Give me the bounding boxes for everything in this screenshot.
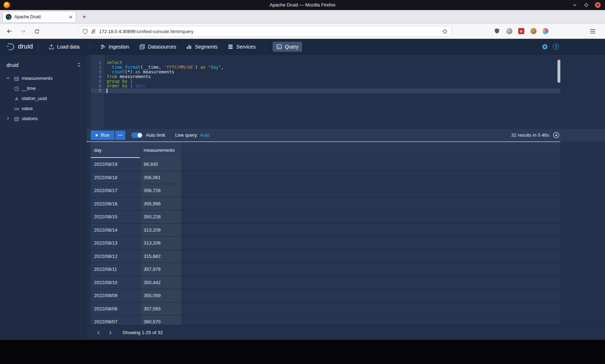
schema-selector[interactable]: druid	[6, 60, 81, 69]
sidebar-item-stations[interactable]: stations	[0, 114, 86, 124]
gutter-line-number: 3	[91, 70, 104, 74]
table-row: 2022/08/18356,061	[91, 171, 560, 185]
sidebar-item-label: __time	[22, 86, 36, 91]
window-close-button[interactable]	[595, 2, 601, 8]
previous-page-button[interactable]	[94, 328, 103, 337]
cell-measurements[interactable]: 356,728	[140, 184, 182, 197]
cell-measurements[interactable]: 86,930	[140, 158, 182, 171]
nav-datasources[interactable]: Datasources	[136, 42, 180, 52]
cell-day[interactable]: 2022/08/09	[91, 289, 140, 302]
table-row: 2022/08/14313,209	[91, 224, 560, 237]
toggle-knob	[138, 133, 142, 137]
code-line: from measurements	[104, 74, 560, 79]
cell-measurements[interactable]: 357,593	[140, 302, 182, 315]
cell-measurements[interactable]: 355,999	[140, 197, 182, 210]
string-type-icon: A	[14, 96, 19, 102]
extension-monkey-icon[interactable]	[530, 27, 537, 35]
new-tab-button[interactable]: +	[80, 13, 89, 21]
cell-day[interactable]: 2022/08/12	[91, 250, 140, 263]
pocket-shield-icon[interactable]	[493, 27, 501, 35]
gutter-line-number: 1	[91, 60, 104, 65]
cell-measurements[interactable]: 350,228	[140, 210, 182, 223]
cell-day[interactable]: 2022/08/19	[91, 158, 140, 171]
chevron-right-icon[interactable]	[6, 116, 10, 120]
run-bar: Run ••• Auto limit Live query: Auto 32 r…	[86, 129, 605, 141]
cell-day[interactable]: 2022/08/08	[91, 302, 140, 315]
services-icon	[228, 44, 233, 50]
bookmark-star-icon[interactable]	[442, 29, 448, 34]
cell-measurements[interactable]: 315,682	[140, 250, 182, 263]
forward-button[interactable]	[19, 27, 27, 36]
cell-measurements[interactable]: 355,059	[140, 289, 182, 302]
download-icon[interactable]	[553, 132, 560, 138]
next-page-button[interactable]	[106, 328, 115, 337]
cell-day[interactable]: 2022/08/17	[91, 184, 140, 197]
extension-pinwheel-icon[interactable]	[542, 27, 549, 35]
sidebar-item-time[interactable]: __time	[0, 83, 86, 94]
tracking-protection-shield-icon[interactable]	[82, 29, 88, 34]
tab-close-icon[interactable]	[69, 15, 73, 19]
column-header-day[interactable]: day	[91, 142, 140, 158]
window-maximize-button[interactable]	[583, 2, 589, 8]
sql-editor[interactable]: 1234567 select time_format(__time, 'YYYY…	[86, 55, 605, 129]
text-cursor	[107, 88, 107, 93]
cell-measurements[interactable]: 350,442	[140, 276, 182, 289]
cell-day[interactable]: 2022/08/13	[91, 237, 140, 250]
window-minimize-button[interactable]	[572, 2, 578, 8]
reload-button[interactable]	[32, 27, 41, 36]
table-row: 2022/08/13313,206	[91, 237, 560, 250]
help-icon[interactable]: ?	[553, 44, 559, 50]
ingestion-icon	[100, 44, 106, 50]
editor-scrollbar[interactable]	[557, 60, 560, 83]
cell-measurements[interactable]: 313,209	[140, 224, 182, 237]
gutter-line-number: 5	[91, 79, 104, 84]
run-more-button[interactable]: •••	[115, 131, 125, 140]
insecure-lock-icon[interactable]	[91, 29, 96, 34]
cell-measurements[interactable]: 356,061	[140, 171, 182, 184]
cell-day[interactable]: 2022/08/11	[91, 263, 140, 276]
menu-hamburger-button[interactable]	[588, 27, 597, 36]
load-data-icon	[49, 44, 54, 50]
run-button[interactable]: Run	[91, 131, 115, 140]
back-button[interactable]	[5, 27, 14, 36]
druid-header: druid Load data Ingestion Datasources Se…	[0, 39, 605, 55]
live-query-value[interactable]: Auto	[200, 132, 210, 138]
cell-day[interactable]: 2022/08/16	[91, 197, 140, 210]
table-row: 2022/08/10350,442	[91, 276, 560, 290]
chevron-down-icon[interactable]	[6, 76, 10, 80]
ublock-extension-icon[interactable]: u	[517, 27, 525, 35]
cell-measurements[interactable]: 313,206	[140, 237, 182, 250]
settings-gear-icon[interactable]	[542, 44, 548, 50]
column-header-measurements[interactable]: measurements	[140, 142, 182, 158]
editor-code[interactable]: select time_format(__time, 'YYYY/MM/dd')…	[104, 60, 560, 93]
window-controls	[572, 0, 601, 10]
gutter-line-number: 2	[91, 65, 104, 70]
gutter-line-number: 7	[91, 88, 104, 93]
browser-tab[interactable]: Apache Druid	[3, 12, 76, 22]
cell-day[interactable]: 2022/08/18	[91, 171, 140, 184]
sidebar-item-measurements[interactable]: measurements	[0, 73, 86, 83]
cell-day[interactable]: 2022/08/14	[91, 224, 140, 237]
cell-measurements[interactable]: 357,979	[140, 263, 182, 276]
nav-label: Load data	[57, 44, 80, 50]
sidebar-item-label: value	[22, 106, 33, 111]
editor-gutter: 1234567	[91, 55, 104, 129]
table-row: 2022/08/12315,682	[91, 250, 560, 263]
sidebar-item-station-uuid[interactable]: A station_uuid	[0, 94, 86, 104]
sidebar-item-label: station_uuid	[22, 96, 47, 101]
nav-query[interactable]: Query	[273, 42, 302, 52]
extension-badger-icon[interactable]	[506, 27, 513, 35]
url-host: 172.18.0.4:30899	[99, 29, 135, 34]
nav-segments[interactable]: Segments	[183, 42, 221, 52]
table-icon	[14, 76, 19, 82]
auto-limit-toggle[interactable]	[131, 132, 143, 138]
url-bar[interactable]: 172.18.0.4:30899 /unified-console.html#q…	[79, 26, 452, 37]
cell-day[interactable]: 2022/08/15	[91, 210, 140, 223]
druid-logo[interactable]: druid	[6, 42, 33, 51]
header-divider	[38, 43, 39, 51]
sidebar-item-value[interactable]: 123 value	[0, 104, 86, 114]
nav-ingestion[interactable]: Ingestion	[97, 42, 133, 52]
nav-load-data[interactable]: Load data	[45, 42, 83, 52]
cell-day[interactable]: 2022/08/10	[91, 276, 140, 289]
nav-services[interactable]: Services	[224, 42, 259, 52]
